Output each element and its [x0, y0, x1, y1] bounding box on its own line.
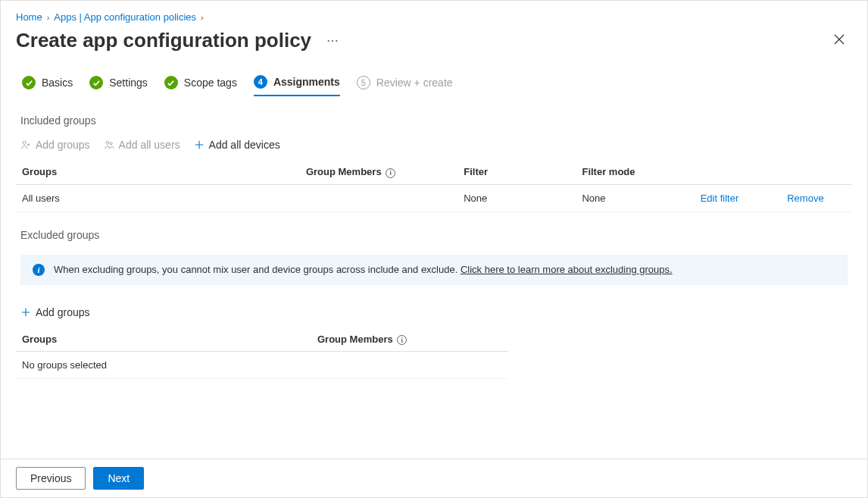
col-groups: Groups	[16, 327, 311, 352]
col-groups: Groups	[16, 160, 300, 184]
more-actions-button[interactable]: ⋯	[322, 32, 343, 49]
col-members: Group Members i	[311, 327, 508, 352]
add-groups-button[interactable]: Add groups	[20, 139, 90, 151]
remove-link[interactable]: Remove	[787, 193, 823, 204]
chevron-right-icon: ›	[201, 13, 204, 22]
excluded-add-groups-button[interactable]: Add groups	[16, 302, 852, 327]
col-members: Group Members i	[300, 160, 457, 184]
info-icon[interactable]: i	[397, 335, 407, 345]
cell-filter-mode: None	[576, 184, 694, 211]
info-banner: i When excluding groups, you cannot mix …	[20, 255, 848, 285]
tab-settings[interactable]: Settings	[89, 76, 148, 96]
included-groups-label: Included groups	[20, 114, 848, 127]
tab-label: Review + create	[376, 77, 453, 89]
step-number-icon: 5	[357, 76, 370, 89]
page-title: Create app configuration policy	[16, 29, 311, 52]
col-filter-mode: Filter mode	[576, 160, 694, 184]
breadcrumb-apps[interactable]: Apps | App configuration policies	[54, 11, 196, 23]
tab-label: Scope tags	[184, 77, 237, 89]
button-label: Add groups	[36, 139, 90, 151]
info-icon: i	[33, 264, 45, 276]
people-icon	[104, 139, 114, 150]
banner-text: When excluding groups, you cannot mix us…	[54, 264, 673, 275]
included-actions: Add groups Add all users Add all devices	[16, 134, 852, 160]
check-icon	[164, 76, 178, 89]
footer-bar: Previous Next	[1, 459, 867, 497]
tab-assignments[interactable]: 4 Assignments	[254, 75, 340, 96]
tab-scope-tags[interactable]: Scope tags	[164, 76, 237, 96]
tab-label: Basics	[42, 77, 73, 89]
wizard-tabs: Basics Settings Scope tags 4 Assignments…	[1, 75, 867, 96]
button-label: Add all devices	[209, 139, 280, 151]
breadcrumb-home[interactable]: Home	[16, 11, 42, 23]
page-header: Create app configuration policy ⋯	[1, 26, 867, 67]
svg-point-0	[23, 141, 26, 144]
tab-review-create: 5 Review + create	[357, 76, 453, 96]
learn-more-link[interactable]: Click here to learn more about excluding…	[461, 264, 673, 275]
check-icon	[89, 76, 103, 89]
next-button[interactable]: Next	[93, 467, 144, 490]
plus-icon	[194, 139, 205, 150]
tab-label: Settings	[109, 77, 148, 89]
cell-members	[300, 184, 457, 211]
excluded-groups-table: Groups Group Members i No groups selecte…	[16, 327, 508, 380]
step-number-icon: 4	[254, 75, 267, 89]
close-button[interactable]	[826, 30, 852, 52]
info-icon[interactable]: i	[386, 168, 395, 178]
col-filter: Filter	[457, 160, 576, 184]
included-groups-table: Groups Group Members i Filter Filter mod…	[16, 160, 852, 212]
add-all-devices-button[interactable]: Add all devices	[194, 139, 280, 151]
tab-basics[interactable]: Basics	[22, 76, 73, 96]
svg-point-2	[110, 143, 112, 145]
add-all-users-button[interactable]: Add all users	[104, 139, 180, 151]
table-row: No groups selected	[16, 352, 508, 379]
cell-filter: None	[457, 184, 576, 211]
button-label: Add all users	[119, 139, 180, 151]
button-label: Add groups	[36, 306, 90, 318]
tab-label: Assignments	[273, 76, 340, 88]
cell-group: All users	[16, 184, 300, 211]
close-icon	[834, 34, 845, 45]
excluded-groups-label: Excluded groups	[20, 229, 848, 241]
no-groups-text: No groups selected	[16, 352, 508, 379]
check-icon	[22, 76, 36, 89]
svg-point-1	[105, 141, 108, 144]
plus-icon	[20, 307, 31, 318]
previous-button[interactable]: Previous	[16, 467, 86, 490]
chevron-right-icon: ›	[47, 13, 50, 22]
breadcrumb: Home › Apps | App configuration policies…	[1, 1, 867, 26]
edit-filter-link[interactable]: Edit filter	[701, 193, 739, 204]
add-person-icon	[20, 139, 31, 150]
table-row: All users None None Edit filter Remove	[16, 184, 852, 211]
